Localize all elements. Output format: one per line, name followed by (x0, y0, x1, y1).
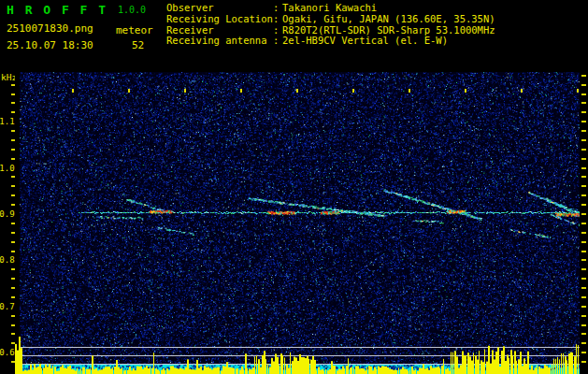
freq-right-tick (581, 204, 586, 206)
freq-right-tick (581, 223, 586, 224)
freq-right-tick (581, 342, 586, 344)
freq-right-tick (581, 185, 586, 187)
freq-right-tick (581, 241, 586, 243)
freq-right-tick (581, 352, 586, 353)
freq-right-tick (581, 287, 586, 289)
app-version: 1.0.0 (118, 5, 146, 15)
info-separator: : (273, 14, 282, 25)
info-row: Receiving antenna:2el-HB9CV Vertical (el… (166, 36, 495, 47)
info-value: Ogaki, Gifu, JAPAN (136.60E, 35.35N) (282, 14, 495, 25)
freq-right-tick (581, 84, 586, 86)
info-row: Receiving Location:Ogaki, Gifu, JAPAN (1… (166, 14, 495, 25)
observation-mode: meteor (116, 24, 153, 36)
freq-right-tick (581, 102, 586, 104)
freq-right-tick (581, 121, 586, 122)
observer-info-table: Observer:Takanori Kawachi Receiving Loca… (166, 3, 495, 47)
freq-right-tick (581, 232, 586, 234)
info-label: Receiving Location (166, 14, 273, 25)
info-value: 2el-HB9CV Vertical (el. E-W) (282, 36, 448, 47)
freq-right-tick (581, 94, 586, 95)
freq-right-tick (581, 213, 586, 215)
freq-right-tick (581, 268, 586, 270)
freq-right-tick (581, 176, 586, 178)
freq-right-tick (581, 139, 586, 141)
freq-right-tick (581, 361, 586, 363)
info-separator: : (273, 36, 282, 47)
freq-right-tick (581, 296, 586, 298)
freq-right-tick (581, 324, 586, 326)
info-label: Receiving antenna (166, 36, 273, 47)
freq-right-tick (581, 111, 586, 113)
spectrogram-canvas (15, 72, 580, 374)
capture-filename: 2510071830.png (7, 22, 93, 35)
app-title: H R O F F T (7, 3, 108, 17)
freq-right-tick (581, 278, 586, 280)
hrofft-window: H R O F F T 1.0.0 2510071830.png meteor … (0, 0, 588, 374)
freq-right-tick (581, 130, 586, 132)
freq-right-tick (581, 149, 586, 151)
freq-right-tick (581, 251, 586, 252)
freq-right-tick (581, 259, 586, 261)
freq-right-tick (581, 333, 586, 335)
freq-right-tick (581, 306, 586, 308)
echo-count: 52 (132, 39, 144, 51)
freq-right-tick (581, 75, 586, 77)
freq-right-tick (581, 315, 586, 317)
freq-right-tick (581, 158, 586, 160)
freq-right-tick (581, 194, 586, 196)
capture-datetime: 25.10.07 18:30 (7, 39, 93, 51)
freq-right-tick (581, 167, 586, 169)
